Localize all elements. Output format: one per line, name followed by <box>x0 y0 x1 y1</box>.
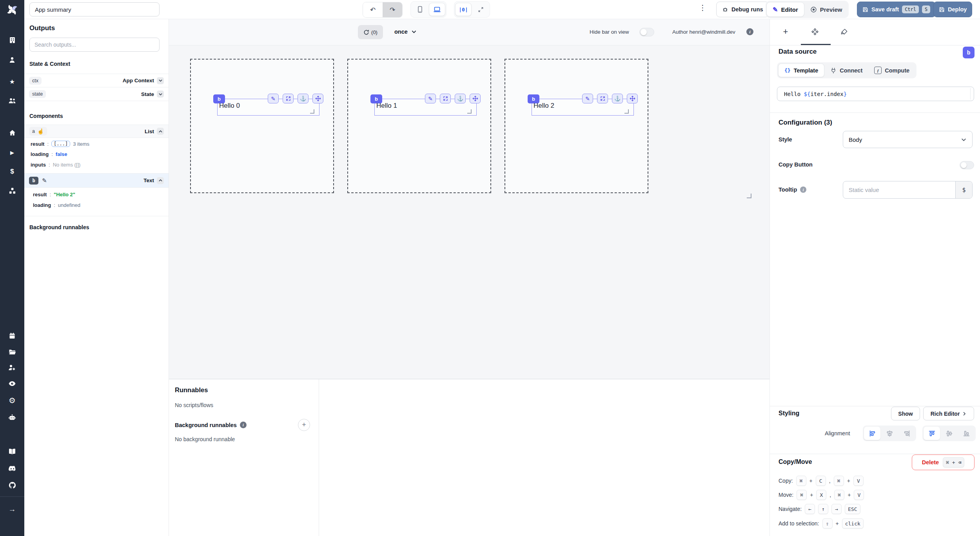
component-settings-tab[interactable] <box>807 24 823 39</box>
home-icon[interactable] <box>0 127 24 139</box>
align-center-v-button[interactable] <box>941 427 957 440</box>
state-row[interactable]: state State <box>24 87 169 101</box>
array-pill[interactable]: [...] <box>51 141 70 147</box>
hide-bar-toggle[interactable] <box>639 28 654 36</box>
edit-component-button[interactable]: ✎ <box>425 94 436 103</box>
edit-component-icon[interactable]: ✎ <box>42 177 47 184</box>
calendar-icon[interactable] <box>0 330 24 342</box>
shortcut-separator: , <box>829 478 831 484</box>
selected-text-component[interactable]: bHello 2✎⚓ <box>532 99 634 116</box>
template-mode-tab[interactable]: {} Template <box>778 63 824 77</box>
move-component-button[interactable] <box>470 94 481 103</box>
style-select[interactable]: Body <box>843 131 973 148</box>
edit-component-button[interactable]: ✎ <box>268 94 279 103</box>
template-expression-input[interactable]: Hello ${iter.index} <box>777 87 974 101</box>
align-top-button[interactable] <box>924 427 940 440</box>
ctx-row[interactable]: ctx App Context <box>24 74 169 87</box>
desktop-view-button[interactable] <box>429 3 445 16</box>
search-outputs-input[interactable] <box>29 38 160 52</box>
expand-component-button[interactable] <box>283 94 294 103</box>
ctx-expand-button[interactable] <box>157 77 164 84</box>
more-menu-button[interactable]: ⋮ <box>697 4 709 12</box>
deploy-button[interactable]: Deploy <box>933 2 972 17</box>
author-info-icon[interactable]: i <box>746 28 753 35</box>
anchor-component-button[interactable]: ⚓ <box>612 94 623 103</box>
component-a-collapse-button[interactable] <box>157 128 164 135</box>
b-result-value: "Hello 2" <box>54 192 75 197</box>
folder-icon[interactable] <box>0 346 24 358</box>
component-resize-handle[interactable] <box>467 109 472 114</box>
tooltip-input[interactable]: Static value $ <box>843 181 973 199</box>
schedule-select[interactable]: once <box>392 28 419 35</box>
save-draft-button[interactable]: Save draft Ctrl S <box>857 2 936 17</box>
user-cog-icon[interactable] <box>0 362 24 373</box>
app-summary-input[interactable] <box>29 2 160 16</box>
delete-component-button[interactable]: Delete ⌘ + ⌫ <box>912 455 975 470</box>
insert-component-tab[interactable]: + <box>778 24 793 39</box>
redo-button[interactable]: ↷ <box>383 2 402 17</box>
mobile-view-button[interactable] <box>412 3 428 16</box>
selected-text-component[interactable]: bHello 1✎⚓ <box>374 99 477 116</box>
align-left-button[interactable] <box>864 427 880 440</box>
users-icon[interactable] <box>0 95 24 107</box>
connect-mode-tab[interactable]: Connect <box>824 63 868 77</box>
discord-icon[interactable] <box>0 463 24 474</box>
info-icon[interactable]: i <box>240 422 247 428</box>
anchor-component-button[interactable]: ⚓ <box>298 94 309 103</box>
compute-mode-tab[interactable]: ƒ Compute <box>868 63 915 77</box>
tooltip-info-icon[interactable]: i <box>800 187 806 193</box>
center-canvas-button[interactable]: |0| <box>455 3 472 16</box>
align-right-button[interactable] <box>898 427 915 440</box>
connect-value-button[interactable]: $ <box>955 181 972 198</box>
author-label: Author henri@windmill.dev <box>672 29 735 35</box>
expand-component-button[interactable] <box>597 94 608 103</box>
star-icon[interactable]: ★ <box>0 76 24 87</box>
rich-editor-button[interactable]: Rich Editor <box>923 407 974 420</box>
delete-label: Delete <box>922 459 939 465</box>
expand-sidebar-button[interactable]: → <box>0 505 24 514</box>
list-item-cell[interactable]: bHello 1✎⚓ <box>347 59 491 193</box>
component-resize-handle[interactable] <box>624 109 629 114</box>
row-resize-handle[interactable] <box>747 194 751 198</box>
component-b-collapse-button[interactable] <box>157 177 164 184</box>
app-canvas[interactable]: bHello 0✎⚓bHello 1✎⚓bHello 2✎⚓ <box>169 45 769 379</box>
undo-button[interactable]: ↶ <box>363 2 383 17</box>
anchor-component-button[interactable]: ⚓ <box>455 94 466 103</box>
chevron-right-icon <box>962 411 967 416</box>
bot-icon[interactable] <box>0 412 24 424</box>
align-bottom-button[interactable] <box>958 427 975 440</box>
windmill-logo-icon[interactable] <box>5 4 19 17</box>
building-icon[interactable] <box>0 34 24 46</box>
a-result-row[interactable]: result : [...] 3 items <box>31 141 89 147</box>
selected-text-component[interactable]: bHello 0✎⚓ <box>217 99 319 116</box>
recompute-button[interactable]: (0) <box>358 25 383 39</box>
css-editor-tab[interactable] <box>836 24 852 39</box>
eye-icon[interactable] <box>0 378 24 389</box>
dollar-icon[interactable]: $ <box>0 166 24 177</box>
github-icon[interactable] <box>0 479 24 491</box>
user-icon[interactable] <box>0 54 24 66</box>
component-a-header[interactable]: a ☝ List <box>24 125 169 138</box>
preview-label: Preview <box>820 6 842 13</box>
play-icon[interactable]: ▶ <box>0 147 24 158</box>
cubes-icon[interactable] <box>0 185 24 197</box>
gear-icon[interactable]: ⚙ <box>0 395 24 406</box>
show-styling-button[interactable]: Show <box>891 407 920 420</box>
fullwidth-canvas-button[interactable] <box>472 3 489 16</box>
preview-tab[interactable]: Preview <box>804 2 848 17</box>
state-expand-button[interactable] <box>157 91 164 98</box>
copy-button-toggle[interactable] <box>960 161 974 169</box>
edit-component-button[interactable]: ✎ <box>582 94 593 103</box>
expand-component-button[interactable] <box>440 94 451 103</box>
move-component-button[interactable] <box>312 94 323 103</box>
list-item-cell[interactable]: bHello 0✎⚓ <box>190 59 334 193</box>
book-icon[interactable] <box>0 445 24 457</box>
align-center-h-button[interactable] <box>881 427 898 440</box>
debug-runs-button[interactable]: Debug runs <box>716 2 769 17</box>
list-item-cell[interactable]: bHello 2✎⚓ <box>505 59 648 193</box>
component-resize-handle[interactable] <box>310 109 314 114</box>
add-background-runnable-button[interactable]: + <box>298 419 310 431</box>
move-component-button[interactable] <box>627 94 638 103</box>
component-b-header[interactable]: b ✎ Text <box>24 173 169 188</box>
editor-tab[interactable]: ✎ Editor <box>766 2 804 17</box>
